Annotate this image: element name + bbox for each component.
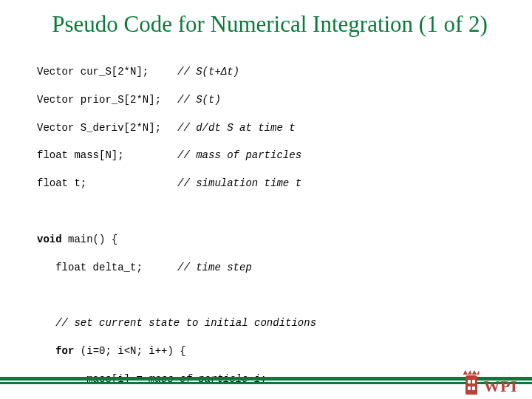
wpi-logo: WPI [463, 368, 518, 395]
decl-comment: // d/dt S at time t [177, 122, 296, 134]
footer-stripes [0, 377, 532, 387]
decl-comment: // mass of particles [177, 149, 301, 161]
decl-comment: // S(t) [177, 94, 221, 106]
decl-code: Vector cur_S[2*N]; [37, 65, 177, 79]
decl-code: Vector prior_S[2*N]; [37, 93, 177, 107]
for1-rest: (i=0; i<N; i++) { [74, 345, 185, 357]
slide-title: Pseudo Code for Numerical Integration (1… [37, 10, 502, 38]
main-sig: main() { [62, 233, 118, 245]
slide: Pseudo Code for Numerical Integration (1… [0, 0, 532, 399]
kw-for: for [55, 345, 74, 357]
wpi-text: WPI [484, 378, 518, 395]
decl-comment: // S(t+Δt) [177, 66, 239, 78]
local-decl: float delta_t; [37, 261, 177, 275]
decl-code: float t; [37, 177, 177, 191]
local-comment: // time step [177, 262, 252, 273]
decl-code: float mass[N]; [37, 149, 177, 163]
tower-icon [463, 368, 480, 395]
code-block: Vector cur_S[2*N];// S(t+Δt) Vector prio… [37, 51, 502, 399]
decl-comment: // simulation time t [177, 177, 301, 189]
decl-code: Vector S_deriv[2*N]; [37, 121, 177, 135]
kw-void: void [37, 233, 62, 245]
block1-comment: // set current state to initial conditio… [37, 317, 316, 329]
